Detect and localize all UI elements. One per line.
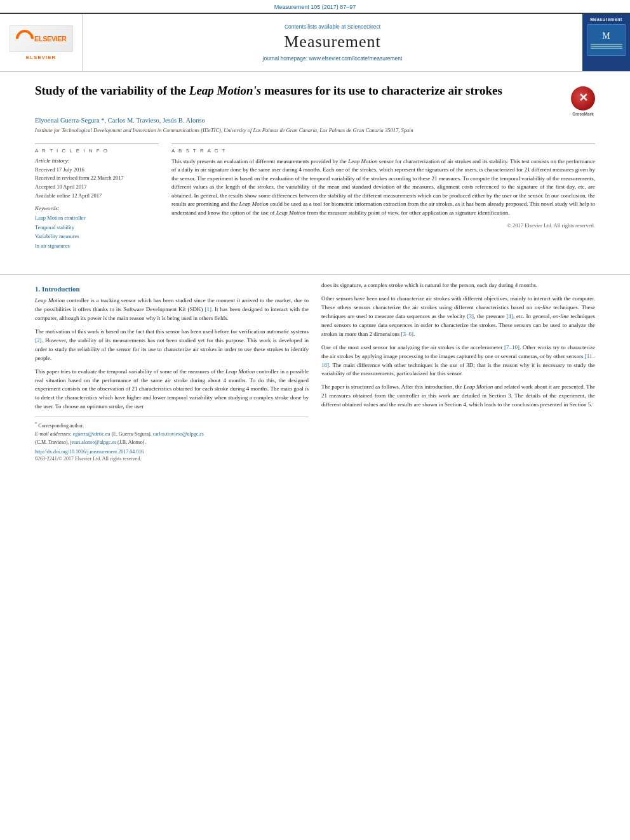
intro-para-5: Other sensors have been used to characte… [321,295,595,339]
body-content: 1. Introduction Leap Motion controller i… [0,281,630,462]
keywords-group: Keywords: Leap Motion controller Tempora… [35,205,159,250]
title-italic: Leap Motion's [189,84,261,97]
body-right-column: does its signature, a complex stroke whi… [321,281,595,462]
footnote-section: * Corresponding author. E-mail addresses… [35,417,309,446]
footnote-corresponding: * Corresponding author. [35,420,309,430]
crossmark-icon: ✕ [571,86,595,110]
ref-3-6-link[interactable]: [3–6] [401,331,414,337]
journal-banner-center: Contents lists available at ScienceDirec… [83,14,582,71]
email-link-3[interactable]: jesus.alonso@ulpgc.es [70,439,116,445]
keyword-4: In air signatures [35,241,159,250]
section-divider [0,274,630,275]
keyword-3: Variability measures [35,232,159,241]
keyword-2: Temporal stability [35,223,159,232]
doi-line[interactable]: http://dx.doi.org/10.1016/j.measurement.… [35,449,309,455]
elsevier-logo-section: ELSEVIER ELSEVIER [0,14,83,71]
email-link-1[interactable]: eguerra@idetic.eu [73,431,111,437]
intro-para-3: This paper tries to evaluate the tempora… [35,368,309,412]
sciencedirect-link[interactable]: ScienceDirect [347,23,380,30]
article-title-section: Study of the variability of the Leap Mot… [35,83,595,110]
title-part2: measures for its use to characterize air… [261,84,502,97]
authors-line: Elyoenai Guerra-Segura *, Carlos M. Trav… [35,117,595,124]
thumb-decoration [591,43,622,50]
abstract-label: A B S T R A C T [171,148,595,154]
crossmark-label: CrossMark [571,112,595,117]
intro-heading: 1. Introduction [35,285,309,293]
ref-1-link[interactable]: [1] [204,306,211,312]
elsevier-text-icon: ELSEVIER [34,35,66,43]
intro-para-4: does its signature, a complex stroke whi… [321,281,595,290]
intro-para-2: The motivation of this work is based on … [35,328,309,363]
crossmark-badge: ✕ CrossMark [571,86,595,110]
elsevier-graphic: ELSEVIER [16,30,67,48]
journal-thumbnail: Measurement M [582,14,630,71]
keyword-1: Leap Motion controller [35,213,159,222]
homepage-url[interactable]: www.elsevier.com/locate/measurement [309,55,402,62]
journal-citation-header: Measurement 105 (2017) 87–97 [0,0,630,13]
copyright-line: © 2017 Elsevier Ltd. All rights reserved… [171,222,595,229]
journal-citation-link[interactable]: Measurement 105 (2017) 87–97 [274,4,356,10]
elsevier-label: ELSEVIER [26,55,57,60]
footnote-email-line-2: (C.M. Travieso), jesus.alonso@ulpgc.es (… [35,439,309,447]
body-left-column: 1. Introduction Leap Motion controller i… [35,281,309,462]
article-info-label: A R T I C L E I N F O [35,148,159,154]
ref-2-link[interactable]: [2] [35,337,42,343]
affiliation-text: Institute for Technological Development … [35,127,413,133]
email-link-2[interactable]: carlos.travieso@ulpgc.es [153,431,204,437]
journal-banner: ELSEVIER ELSEVIER Contents lists availab… [0,13,630,72]
abstract-column: A B S T R A C T This study presents an e… [171,143,595,255]
body-two-col: 1. Introduction Leap Motion controller i… [35,281,595,462]
ref-4-link[interactable]: [4] [507,313,514,319]
intro-para-7: The paper is structured as follows. Afte… [321,383,595,410]
ref-11-18-link[interactable]: [11–18] [321,353,595,368]
elsevier-arc-icon [12,26,37,51]
thumb-line-2 [591,46,622,47]
info-abstract-section: A R T I C L E I N F O Article history: R… [35,143,595,255]
footnote-email-line: E-mail addresses: eguerra@idetic.eu (E. … [35,430,309,439]
ref-3-link[interactable]: [3] [467,313,474,319]
article-history-group: Article history: Received 17 July 2016 R… [35,157,159,200]
intro-para-1: Leap Motion controller is a tracking sen… [35,297,309,323]
journal-homepage-line: journal homepage: www.elsevier.com/locat… [263,55,403,62]
abstract-text: This study presents an evaluation of dif… [171,157,595,218]
thumb-label: Measurement [590,17,622,22]
thumb-line-3 [591,48,622,49]
article-history-heading: Article history: [35,157,159,164]
homepage-label: journal homepage: [263,55,307,62]
received-line: Received 17 July 2016 [35,166,159,175]
thumb-box: M [587,24,626,56]
ref-7-10-link[interactable]: [7–10] [504,344,519,350]
elsevier-logo-box: ELSEVIER [10,25,73,52]
affiliation-line: Institute for Technological Development … [35,127,595,135]
accepted-line: Accepted 10 April 2017 [35,183,159,192]
doi-link[interactable]: http://dx.doi.org/10.1016/j.measurement.… [35,449,144,455]
keywords-heading: Keywords: [35,205,159,211]
intro-para-6: One of the most used sensor for analyzin… [321,343,595,379]
revised-line: Received in revised form 22 March 2017 [35,174,159,183]
article-info-column: A R T I C L E I N F O Article history: R… [35,143,159,255]
article-content: Study of the variability of the Leap Mot… [0,72,630,268]
thumb-line-1 [591,44,622,45]
contents-label: Contents lists available at [285,23,345,30]
contents-available-line: Contents lists available at ScienceDirec… [285,23,380,30]
article-title-text: Study of the variability of the Leap Mot… [35,83,571,99]
journal-title: Measurement [284,32,381,51]
available-line: Available online 12 April 2017 [35,192,159,201]
thumb-m-icon: M [602,31,610,41]
issn-line: 0263-2241/© 2017 Elsevier Ltd. All right… [35,456,309,462]
title-part1: Study of the variability of the [35,84,189,97]
authors-text: Elyoenai Guerra-Segura *, Carlos M. Trav… [35,117,205,124]
